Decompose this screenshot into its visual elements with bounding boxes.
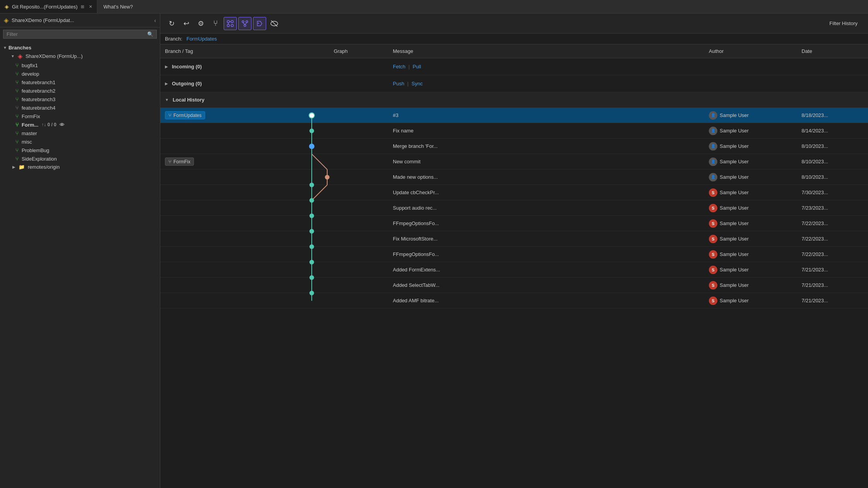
push-link[interactable]: Push (393, 81, 404, 86)
branch-item-formfix[interactable]: ⑂ FormFix (3, 112, 157, 120)
branch-button[interactable]: ⑂ (209, 17, 222, 30)
tab-close-icon[interactable]: ✕ (89, 4, 92, 9)
tab-whats-new[interactable]: What's New? (97, 0, 139, 13)
branch-item-misc[interactable]: ⑂ misc (3, 137, 157, 146)
col-header-graph: Graph (289, 48, 393, 54)
commit-8-avatar: S (709, 235, 717, 243)
filter-history-button[interactable]: Filter History (824, 19, 863, 28)
settings-button[interactable]: ⚙ (194, 17, 207, 30)
commit-7-author: S Sample User (709, 219, 802, 228)
local-history-chevron[interactable]: ▼ (165, 98, 169, 102)
repo-node[interactable]: ▼ ◈ ShareXDemo (FormUp...) (3, 51, 157, 61)
local-history-header: ▼ Local History (160, 92, 868, 108)
tab-pin-icon[interactable]: ⊞ (81, 4, 84, 9)
branch-item-master[interactable]: ⑂ master (3, 129, 157, 137)
main-panel: ↻ ↩ ⚙ ⑂ Filter History Branch: (160, 14, 868, 488)
commit-row-1[interactable]: Fix name 👤 Sample User 8/14/2023... (160, 123, 868, 139)
branch-icon-formfix: ⑂ (15, 113, 19, 119)
svg-line-9 (243, 22, 245, 24)
outgoing-chevron[interactable]: ▶ (165, 81, 168, 86)
branch-item-featurebranch4[interactable]: ⑂ featurebranch4 (3, 103, 157, 112)
svg-point-6 (242, 20, 244, 22)
graph-button[interactable] (224, 17, 237, 30)
branch-prefix: Branch: (165, 36, 182, 42)
commit-row-7[interactable]: FFmpegOptionsFo... S Sample User 7/22/20… (160, 216, 868, 231)
commit-12-author: S Sample User (709, 297, 802, 305)
commit-row-3[interactable]: ⑂ FormFix New commit 👤 Sample User 8/10/… (160, 154, 868, 169)
merge-button[interactable] (238, 17, 251, 30)
commit-row-6[interactable]: Support audio rec... S Sample User 7/23/… (160, 200, 868, 216)
commit-row-10[interactable]: Added FormExtens... S Sample User 7/21/2… (160, 262, 868, 278)
hide-button[interactable] (268, 17, 281, 30)
branch-label-featurebranch2: featurebranch2 (22, 88, 55, 94)
branch-icon-formupdates: ⑂ (15, 122, 19, 128)
commit-5-graph (289, 185, 393, 200)
commit-4-author: 👤 Sample User (709, 173, 802, 181)
branch-item-develop[interactable]: ⑂ develop (3, 69, 157, 78)
branches-label: Branches (8, 45, 31, 51)
incoming-row[interactable]: ▶ Incoming (0) Fetch | Pull (160, 58, 868, 75)
commit-5-date: 7/30/2023... (802, 190, 863, 195)
pull-link[interactable]: Pull (413, 64, 421, 69)
sidebar-filter-box[interactable]: 🔍 (3, 30, 157, 39)
commit-8-message: Fix MicrosoftStore... (393, 236, 709, 242)
commit-10-author: S Sample User (709, 266, 802, 274)
commit-2-message: Merge branch 'For... (393, 143, 709, 149)
repo-name: ShareXDemo (FormUpdat... (12, 17, 151, 23)
commit-1-message: Fix name (393, 128, 709, 134)
filter-input[interactable] (7, 31, 147, 37)
svg-point-1 (231, 20, 233, 23)
branch-item-featurebranch3[interactable]: ⑂ featurebranch3 (3, 95, 157, 103)
commit-row-2[interactable]: Merge branch 'For... 👤 Sample User 8/10/… (160, 139, 868, 154)
local-history-branch-cell: ▼ Local History (165, 97, 289, 103)
commit-row-8[interactable]: Fix MicrosoftStore... S Sample User 7/22… (160, 231, 868, 247)
branch-item-sideexploration[interactable]: ⑂ SideExploration (3, 154, 157, 163)
fetch-link[interactable]: Fetch (393, 64, 406, 69)
outgoing-row[interactable]: ▶ Outgoing (0) Push | Sync (160, 75, 868, 92)
commit-4-author-name: Sample User (720, 174, 749, 180)
commit-8-author: S Sample User (709, 235, 802, 243)
branch-item-featurebranch2[interactable]: ⑂ featurebranch2 (3, 86, 157, 95)
sidebar-collapse-icon[interactable]: ‹ (154, 17, 156, 24)
commit-row-4[interactable]: Made new options... 👤 Sample User 8/10/2… (160, 169, 868, 185)
branch-item-bugfix1[interactable]: ⑂ bugfix1 (3, 61, 157, 69)
refresh-button[interactable]: ↻ (165, 17, 178, 30)
sync-link[interactable]: Sync (411, 81, 423, 86)
local-section: ▼ Local History (165, 97, 204, 103)
commit-12-graph (289, 293, 393, 308)
tag-button[interactable] (253, 17, 266, 30)
commit-2-graph (289, 139, 393, 154)
commit-1-date: 8/14/2023... (802, 128, 863, 134)
history-header: Branch / Tag Graph Message Author Date (160, 44, 868, 58)
commit-row-5[interactable]: Update cbCheckPr... S Sample User 7/30/2… (160, 185, 868, 200)
branch-label-sideexploration: SideExploration (22, 156, 57, 162)
commit-1-author: 👤 Sample User (709, 127, 802, 135)
commit-row-9[interactable]: FFmpegOptionsFo... S Sample User 7/22/20… (160, 247, 868, 262)
branch-icon-featurebranch2: ⑂ (15, 88, 19, 94)
branch-item-formupdates-active[interactable]: ⑂ Form... ↑↓ 0 / 0 👁 (3, 120, 157, 129)
branch-item-problembug[interactable]: ⑂ ProblemBug (3, 146, 157, 154)
commit-12-author-name: Sample User (720, 298, 749, 303)
svg-point-0 (227, 20, 229, 23)
commit-3-branch: ⑂ FormFix (165, 158, 289, 166)
commit-6-date: 7/23/2023... (802, 205, 863, 211)
commit-row-0[interactable]: ⑂ FormUpdates #3 👤 Sample User 8/18/2023… (160, 108, 868, 123)
tab-git-repo[interactable]: ◈ Git Reposito...(FormUpdates) ⊞ ✕ (0, 0, 97, 13)
commit-0-avatar: 👤 (709, 111, 717, 120)
outgoing-message-cell: Push | Sync (393, 81, 709, 86)
remotes-item[interactable]: ▶ 📁 remotes/origin (3, 163, 157, 171)
commit-row-12[interactable]: Added AMF bitrate... S Sample User 7/21/… (160, 293, 868, 308)
svg-point-3 (231, 24, 233, 27)
branch-tag-icon-formfix: ⑂ (168, 159, 172, 164)
git-repo-tab-icon: ◈ (5, 3, 9, 10)
undo-button[interactable]: ↩ (180, 17, 193, 30)
sidebar: ◈ ShareXDemo (FormUpdat... ‹ 🔍 ▼ Branche… (0, 14, 160, 488)
incoming-chevron[interactable]: ▶ (165, 64, 168, 69)
commit-4-graph (289, 169, 393, 185)
commit-row-11[interactable]: Added SelectTabW... S Sample User 7/21/2… (160, 278, 868, 293)
branch-item-featurebranch1[interactable]: ⑂ featurebranch1 (3, 78, 157, 86)
commit-9-message: FFmpegOptionsFo... (393, 251, 709, 257)
branches-section-header[interactable]: ▼ Branches (3, 44, 157, 51)
commit-6-author-name: Sample User (720, 205, 749, 211)
commit-12-message: Added AMF bitrate... (393, 298, 709, 303)
